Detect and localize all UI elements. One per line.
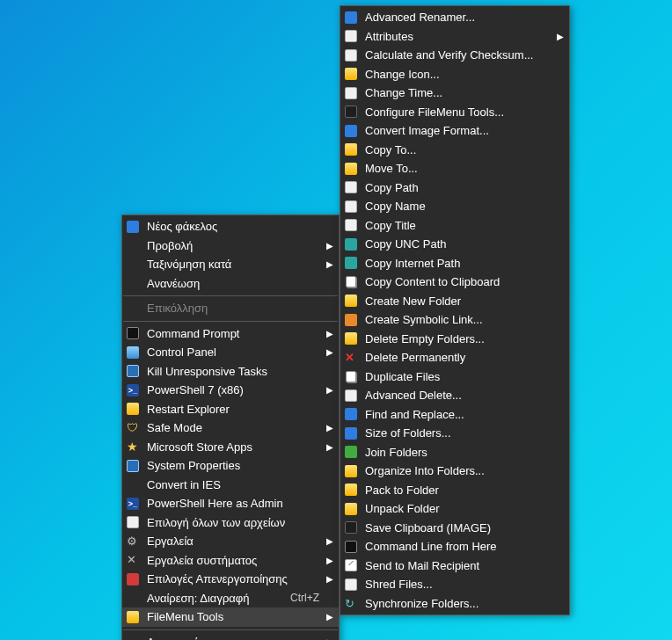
menu-item-delete-permanently[interactable]: ✕Delete Permanently: [340, 348, 569, 367]
unpack-folder-icon: [344, 502, 358, 516]
ms-store-apps-icon: ★: [126, 440, 140, 454]
menu-item-advanced-delete[interactable]: Advanced Delete...: [340, 386, 569, 405]
menu-item-unpack-folder[interactable]: Unpack Folder: [340, 499, 569, 519]
menu-item-copy-path[interactable]: Copy Path: [340, 178, 569, 198]
menu-item-label: Copy Internet Path: [365, 257, 550, 270]
menu-item-convert-ies[interactable]: Convert in IES: [122, 476, 339, 495]
menu-item-powershell7[interactable]: >_PowerShell 7 (x86)▶: [122, 381, 339, 400]
menu-item-system-properties[interactable]: System Properties: [122, 456, 339, 476]
menu-item-label: Delete Empty Folders...: [365, 332, 550, 345]
menu-item-label: Copy UNC Path: [365, 237, 550, 251]
menu-item-control-panel[interactable]: Control Panel▶: [122, 343, 339, 362]
advanced-delete-icon: [344, 389, 358, 403]
menu-item-label: Command Line from Here: [365, 540, 550, 553]
submenu-arrow-icon: ▶: [325, 259, 333, 269]
join-folders-icon: [344, 445, 358, 459]
menu-item-create-symbolic-link[interactable]: Create Symbolic Link...: [340, 310, 569, 330]
menu-item-command-prompt[interactable]: Command Prompt▶: [122, 324, 339, 344]
menu-item-configure-fmt[interactable]: Configure FileMenu Tools...: [340, 103, 569, 122]
menu-item-label: Advanced Renamer...: [365, 11, 550, 24]
menu-item-sort[interactable]: Ταξινόμηση κατά▶: [122, 255, 339, 274]
menu-item-copy-name[interactable]: Copy Name: [340, 197, 569, 216]
menu-item-power-options[interactable]: Επιλογές Απενεργοποίησης▶: [122, 570, 339, 589]
submenu-arrow-icon: ▶: [325, 612, 333, 622]
menu-item-organize-into-folders[interactable]: Organize Into Folders...: [340, 462, 569, 481]
synchronize-folders-icon: ↻: [344, 596, 358, 610]
menu-item-change-time[interactable]: Change Time...: [340, 84, 569, 103]
menu-item-label: Calculate and Verify Checksum...: [365, 48, 550, 62]
menu-item-copy-internet-path[interactable]: Copy Internet Path: [340, 254, 569, 273]
find-replace-icon: [344, 407, 358, 421]
menu-item-size-of-folders[interactable]: Size of Folders...: [340, 424, 569, 443]
menu-item-duplicate-files[interactable]: Duplicate Files: [340, 367, 569, 387]
menu-item-kill-tasks[interactable]: Kill Unresponsive Tasks: [122, 362, 339, 382]
menu-item-label: Copy Path: [365, 181, 550, 194]
menu-item-label: Control Panel: [147, 345, 319, 359]
filemenu-tools-submenu: Advanced Renamer...Attributes▶Calculate …: [340, 5, 570, 615]
menu-item-move-to[interactable]: Move To...: [340, 159, 569, 178]
menu-item-create[interactable]: Δημιουργία▶: [122, 633, 339, 641]
menu-item-undo-delete[interactable]: Αναίρεση: ΔιαγραφήCtrl+Z: [122, 589, 339, 608]
menu-item-shred-files[interactable]: Shred Files...: [340, 575, 569, 594]
menu-item-system-tools[interactable]: ✕Εργαλεία συστήματος▶: [122, 551, 339, 571]
power-options-icon: [126, 572, 140, 586]
control-panel-icon: [126, 345, 140, 360]
menu-item-change-icon[interactable]: Change Icon...: [340, 65, 569, 84]
menu-item-label: Find and Replace...: [365, 408, 550, 421]
command-prompt-icon: [126, 326, 140, 340]
menu-item-send-mail[interactable]: Send to Mail Recipient: [340, 556, 569, 576]
menu-item-pack-to-folder[interactable]: Pack to Folder: [340, 481, 569, 500]
convert-image-format-icon: [344, 124, 358, 138]
submenu-arrow-icon: ▶: [325, 347, 333, 357]
copy-to-icon: [344, 142, 358, 156]
menu-item-select-all-files[interactable]: Επιλογή όλων των αρχείων: [122, 513, 339, 533]
menu-item-restart-explorer[interactable]: Restart Explorer: [122, 400, 339, 419]
menu-item-label: System Properties: [147, 459, 319, 472]
menu-item-delete-empty-folders[interactable]: Delete Empty Folders...: [340, 330, 569, 349]
menu-item-copy-title[interactable]: Copy Title: [340, 216, 569, 236]
delete-permanently-icon: ✕: [344, 351, 358, 365]
menu-item-command-line-here[interactable]: Command Line from Here: [340, 537, 569, 556]
menu-item-copy-to[interactable]: Copy To...: [340, 141, 569, 160]
system-properties-icon: [126, 459, 140, 473]
menu-item-find-replace[interactable]: Find and Replace...: [340, 405, 569, 425]
create-symbolic-link-icon: [344, 313, 358, 327]
menu-item-convert-image-format[interactable]: Convert Image Format...: [340, 121, 569, 141]
submenu-arrow-icon: ▶: [325, 385, 333, 395]
pack-to-folder-icon: [344, 483, 358, 497]
menu-item-new-folder[interactable]: Νέος φάκελος: [122, 217, 339, 236]
advanced-renamer-icon: [344, 11, 358, 25]
menu-item-join-folders[interactable]: Join Folders: [340, 443, 569, 462]
menu-item-save-clipboard-image[interactable]: Save Clipboard (IMAGE): [340, 519, 569, 538]
organize-into-folders-icon: [344, 464, 358, 478]
menu-item-attributes[interactable]: Attributes▶: [340, 27, 569, 47]
filemenu-tools-icon: [126, 610, 140, 624]
delete-empty-folders-icon: [344, 331, 358, 345]
menu-item-advanced-renamer[interactable]: Advanced Renamer...: [340, 8, 569, 27]
menu-item-label: Copy Title: [365, 219, 550, 232]
menu-item-calculate-checksum[interactable]: Calculate and Verify Checksum...: [340, 46, 569, 65]
menu-item-tools[interactable]: ⚙Εργαλεία▶: [122, 532, 339, 551]
safe-mode-icon: 🛡: [126, 421, 140, 435]
menu-item-view[interactable]: Προβολή▶: [122, 236, 339, 256]
menu-item-filemenu-tools[interactable]: FileMenu Tools▶: [122, 607, 339, 627]
menu-item-label: Νέος φάκελος: [147, 220, 319, 233]
menu-item-copy-unc-path[interactable]: Copy UNC Path: [340, 235, 569, 254]
menu-item-powershell-admin[interactable]: >_PowerShell Here as Admin: [122, 494, 339, 513]
menu-item-label: Pack to Folder: [365, 484, 550, 497]
menu-item-copy-content-clipboard[interactable]: Copy Content to Clipboard: [340, 273, 569, 292]
menu-item-label: Copy To...: [365, 143, 550, 156]
menu-item-label: Size of Folders...: [365, 426, 550, 440]
menu-item-synchronize-folders[interactable]: ↻Synchronize Folders...: [340, 594, 569, 614]
menu-item-refresh[interactable]: Ανανέωση: [122, 274, 339, 294]
command-line-here-icon: [344, 540, 358, 554]
submenu-arrow-icon: ▶: [325, 329, 333, 338]
menu-item-create-new-folder[interactable]: Create New Folder: [340, 292, 569, 311]
menu-item-safe-mode[interactable]: 🛡Safe Mode▶: [122, 418, 339, 438]
desktop-context-menu: Νέος φάκελοςΠροβολή▶Ταξινόμηση κατά▶Αναν…: [121, 215, 340, 640]
change-icon-icon: [344, 67, 358, 81]
menu-item-ms-store-apps[interactable]: ★Microsoft Store Apps▶: [122, 438, 339, 457]
copy-content-clipboard-icon: [344, 275, 358, 289]
configure-fmt-icon: [344, 105, 358, 119]
move-to-icon: [344, 162, 358, 176]
